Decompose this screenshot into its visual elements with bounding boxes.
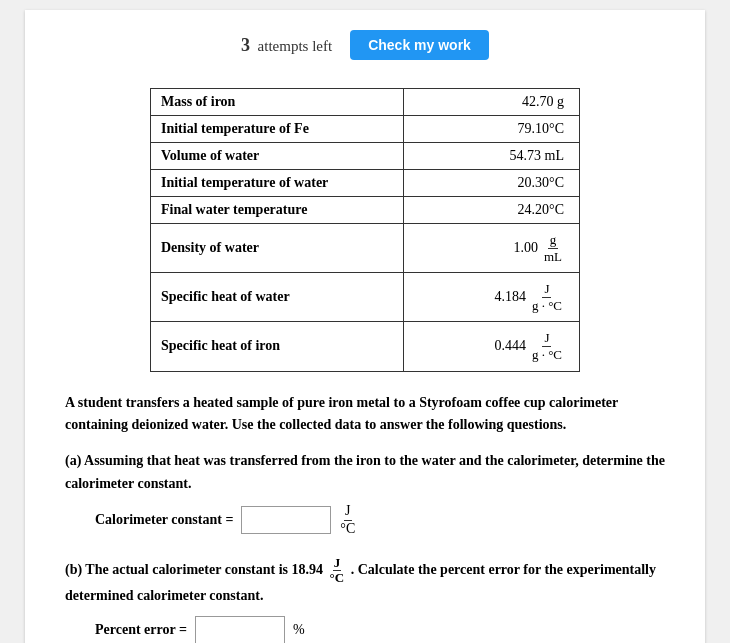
table-row: Initial temperature of Fe 79.10°C: [151, 116, 580, 143]
specific-heat-iron-label: Specific heat of iron: [151, 322, 404, 371]
row-value: 20.30°C: [404, 170, 580, 197]
density-value: 1.00 g mL: [404, 224, 580, 273]
page-container: 3 attempts left Check my work Mass of ir…: [25, 10, 705, 643]
specific-heat-iron-unit: J g · °C: [530, 330, 564, 362]
question-a-block: (a) Assuming that heat was transferred f…: [65, 450, 665, 537]
description-section: A student transfers a heated sample of p…: [55, 392, 675, 437]
question-b-unit: J °C: [329, 556, 346, 586]
specific-heat-iron-row: Specific heat of iron 0.444 J g · °C: [151, 322, 580, 371]
row-label: Initial temperature of water: [151, 170, 404, 197]
calorimeter-input[interactable]: [241, 506, 331, 534]
table-row: Initial temperature of water 20.30°C: [151, 170, 580, 197]
row-label: Final water temperature: [151, 197, 404, 224]
density-row: Density of water 1.00 g mL: [151, 224, 580, 273]
top-bar: 3 attempts left Check my work: [55, 30, 675, 70]
table-row: Mass of iron 42.70 g: [151, 89, 580, 116]
row-value: 42.70 g: [404, 89, 580, 116]
attempts-number: 3: [241, 35, 250, 55]
row-value: 79.10°C: [404, 116, 580, 143]
calorimeter-unit: J °C: [339, 503, 356, 538]
row-value: 24.20°C: [404, 197, 580, 224]
specific-heat-iron-value: 0.444 J g · °C: [404, 322, 580, 371]
density-label: Density of water: [151, 224, 404, 273]
attempts-text: 3 attempts left: [241, 35, 332, 56]
row-label: Mass of iron: [151, 89, 404, 116]
question-section: (a) Assuming that heat was transferred f…: [55, 450, 675, 643]
percent-error-label: Percent error =: [95, 619, 187, 641]
percent-error-input[interactable]: [195, 616, 285, 643]
specific-heat-water-value: 4.184 J g · °C: [404, 273, 580, 322]
percent-unit: %: [293, 619, 305, 641]
check-my-work-button[interactable]: Check my work: [350, 30, 489, 60]
specific-heat-water-label: Specific heat of water: [151, 273, 404, 322]
description-text: A student transfers a heated sample of p…: [65, 392, 665, 437]
question-b-block: (b) The actual calorimeter constant is 1…: [65, 556, 665, 643]
table-row: Volume of water 54.73 mL: [151, 143, 580, 170]
calorimeter-label: Calorimeter constant =: [95, 509, 233, 531]
question-b-text: (b) The actual calorimeter constant is 1…: [65, 556, 665, 608]
table-row: Final water temperature 24.20°C: [151, 197, 580, 224]
row-label: Volume of water: [151, 143, 404, 170]
density-unit: g mL: [542, 232, 564, 264]
specific-heat-water-row: Specific heat of water 4.184 J g · °C: [151, 273, 580, 322]
row-label: Initial temperature of Fe: [151, 116, 404, 143]
data-table: Mass of iron 42.70 g Initial temperature…: [150, 88, 580, 372]
question-a-label: (a) Assuming that heat was transferred f…: [65, 450, 665, 495]
calorimeter-answer-row: Calorimeter constant = J °C: [95, 503, 665, 538]
row-value: 54.73 mL: [404, 143, 580, 170]
specific-heat-water-unit: J g · °C: [530, 281, 564, 313]
percent-error-answer-row: Percent error = %: [95, 616, 665, 643]
